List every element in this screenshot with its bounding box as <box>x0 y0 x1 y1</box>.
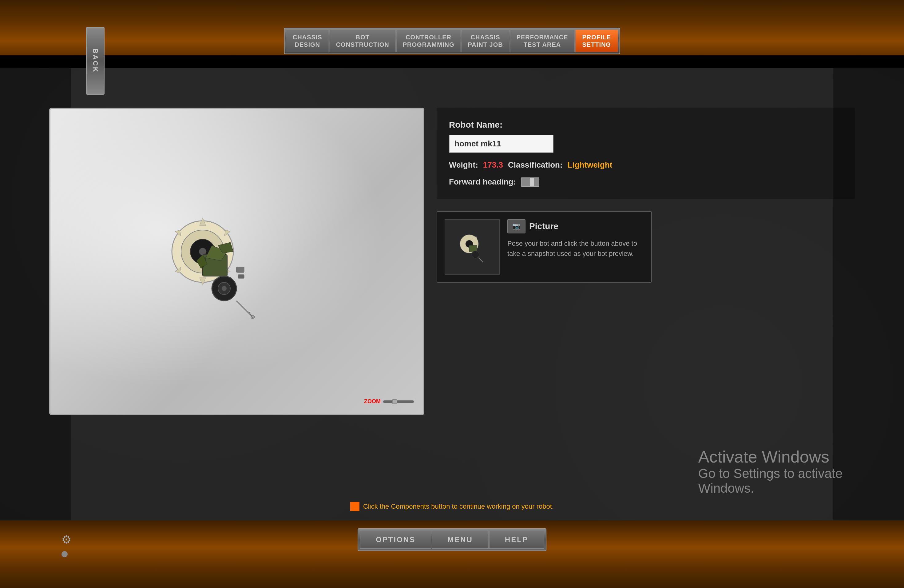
status-message: Click the Components button to continue … <box>363 503 554 511</box>
svg-point-26 <box>472 251 479 258</box>
robot-display <box>141 184 295 339</box>
tab-controller-programming[interactable]: CONTROLLER PROGRAMMING <box>396 30 461 52</box>
nav-frame: CHASSIS DESIGN BOT CONSTRUCTION CONTROLL… <box>284 28 620 54</box>
gear-icon-1: ⚙ <box>62 533 77 548</box>
zoom-control[interactable]: ZOOM <box>364 398 414 405</box>
tab-options[interactable]: OPTIONS <box>360 531 431 548</box>
svg-rect-22 <box>238 275 244 278</box>
tab-profile-setting[interactable]: PROFILE SETTING <box>575 30 618 52</box>
picture-panel: 📷 Picture Pose your bot and click the bu… <box>437 211 652 283</box>
navbar: CHASSIS DESIGN BOT CONSTRUCTION CONTROLL… <box>284 28 620 54</box>
stats-row: Weight: 173.3 Classification: Lightweigh… <box>449 160 842 170</box>
zoom-label: ZOOM <box>364 398 381 405</box>
back-label: BACK <box>91 49 99 73</box>
weight-value: 173.3 <box>483 160 503 170</box>
activate-windows-title: Activate Windows <box>698 447 842 466</box>
svg-line-29 <box>479 258 483 262</box>
robot-name-input[interactable] <box>449 135 553 153</box>
status-bar: Click the Components button to continue … <box>0 502 904 511</box>
camera-button[interactable]: 📷 <box>507 219 525 234</box>
svg-line-18 <box>237 301 252 316</box>
profile-form: Robot Name: Weight: 173.3 Classification… <box>437 107 855 199</box>
forward-heading-label: Forward heading: <box>449 177 516 187</box>
indicator-dot <box>62 551 68 557</box>
activate-windows-subtitle: Go to Settings to activate Windows. <box>698 466 842 496</box>
activate-windows-overlay: Activate Windows Go to Settings to activ… <box>698 447 842 496</box>
zoom-thumb[interactable] <box>392 399 397 404</box>
bottom-navbar: OPTIONS MENU HELP <box>357 528 547 551</box>
heading-slider[interactable] <box>521 177 539 187</box>
picture-info: 📷 Picture Pose your bot and click the bu… <box>507 219 644 259</box>
tab-chassis-design[interactable]: CHASSIS DESIGN <box>286 30 329 52</box>
picture-description: Pose your bot and click the button above… <box>507 238 644 259</box>
classification-value: Lightweight <box>567 160 613 170</box>
classification-label: Classification: <box>508 160 563 170</box>
weight-label: Weight: <box>449 160 478 170</box>
heading-row: Forward heading: <box>449 177 842 187</box>
svg-rect-21 <box>237 267 244 272</box>
zoom-slider[interactable] <box>383 400 414 403</box>
robot-preview-panel: ZOOM <box>49 107 424 415</box>
robot-name-label: Robot Name: <box>449 120 842 130</box>
heading-thumb[interactable] <box>530 178 534 186</box>
tab-chassis-paint-job[interactable]: CHASSIS PAINT JOB <box>461 30 509 52</box>
picture-title: 📷 Picture <box>507 219 644 234</box>
tab-bot-construction[interactable]: BOT CONSTRUCTION <box>330 30 396 52</box>
status-icon <box>350 502 359 511</box>
tab-help[interactable]: HELP <box>489 531 544 548</box>
tab-menu[interactable]: MENU <box>432 531 488 548</box>
picture-thumbnail <box>445 219 500 275</box>
bottom-left-icons: ⚙ <box>62 533 77 557</box>
picture-section-label: Picture <box>529 221 558 231</box>
back-button[interactable]: BACK <box>86 27 104 95</box>
svg-point-14 <box>222 286 227 291</box>
svg-rect-25 <box>469 245 477 251</box>
svg-point-3 <box>199 248 206 255</box>
tab-performance-test-area[interactable]: PERFORMANCE TEST AREA <box>510 30 575 52</box>
